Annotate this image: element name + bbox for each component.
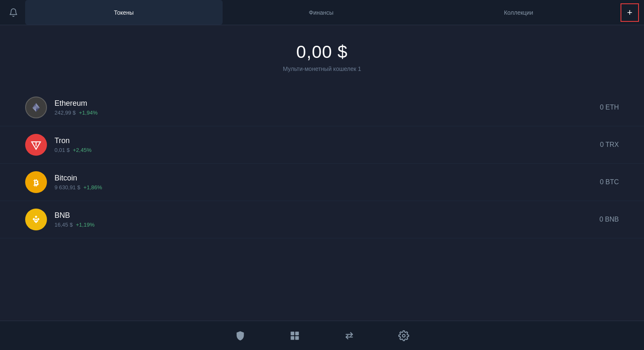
token-list: Ethereum 242,99 $ +1,94% 0 ETH Tron — [0, 89, 644, 238]
tab-finances[interactable]: Финансы — [223, 0, 420, 25]
svg-marker-9 — [35, 215, 37, 218]
token-item-trx[interactable]: Tron 0,01 $ +2,45% 0 TRX — [0, 126, 644, 164]
token-item-bnb[interactable]: BNB 16,45 $ +1,19% 0 BNB — [0, 201, 644, 238]
main-content: 0,00 $ Мульти-монетный кошелек 1 Ethereu… — [0, 25, 644, 238]
wallet-balance: 0,00 $ — [296, 42, 348, 62]
token-item-btc[interactable]: Bitcoin 9 630,91 $ +1,86% 0 BTC — [0, 164, 644, 201]
eth-name: Ethereum — [55, 99, 600, 108]
tab-tokens[interactable]: Токены — [25, 0, 223, 25]
svg-rect-17 — [295, 336, 299, 340]
btc-info: Bitcoin 9 630,91 $ +1,86% — [55, 174, 600, 191]
tron-balance: 0 TRX — [600, 141, 619, 149]
btc-name: Bitcoin — [55, 174, 600, 183]
btc-icon — [25, 171, 47, 193]
svg-marker-11 — [33, 218, 35, 220]
notification-bell-icon[interactable] — [5, 4, 22, 21]
svg-rect-14 — [291, 332, 294, 335]
tron-price: 0,01 $ +2,45% — [55, 147, 600, 153]
header: Токены Финансы Коллекции + — [0, 0, 644, 25]
svg-marker-10 — [37, 218, 39, 220]
bottom-nav — [0, 321, 644, 350]
nav-security[interactable] — [230, 325, 251, 346]
btc-price: 9 630,91 $ +1,86% — [55, 184, 600, 191]
bnb-info: BNB 16,45 $ +1,19% — [55, 211, 600, 228]
eth-info: Ethereum 242,99 $ +1,94% — [55, 99, 600, 116]
add-button[interactable]: + — [621, 3, 639, 22]
token-item-eth[interactable]: Ethereum 242,99 $ +1,94% 0 ETH — [0, 89, 644, 126]
btc-balance: 0 BTC — [600, 178, 619, 186]
nav-transfer[interactable] — [339, 325, 360, 346]
svg-rect-16 — [291, 336, 294, 340]
tron-icon — [25, 134, 47, 156]
nav-tabs: Токены Финансы Коллекции — [25, 0, 617, 25]
nav-dashboard[interactable] — [284, 325, 305, 346]
wallet-name: Мульти-монетный кошелек 1 — [283, 65, 361, 72]
svg-marker-13 — [35, 218, 37, 220]
eth-price: 242,99 $ +1,94% — [55, 110, 600, 116]
svg-rect-15 — [295, 332, 299, 335]
bnb-balance: 0 BNB — [600, 216, 619, 223]
tron-name: Tron — [55, 136, 600, 145]
nav-settings[interactable] — [393, 325, 414, 346]
bnb-price: 16,45 $ +1,19% — [55, 222, 600, 228]
svg-point-20 — [402, 334, 405, 337]
tron-info: Tron 0,01 $ +2,45% — [55, 136, 600, 153]
bnb-name: BNB — [55, 211, 600, 220]
eth-balance: 0 ETH — [600, 104, 619, 111]
tab-collections[interactable]: Коллекции — [420, 0, 617, 25]
eth-icon — [25, 97, 47, 118]
bnb-icon — [25, 209, 47, 230]
